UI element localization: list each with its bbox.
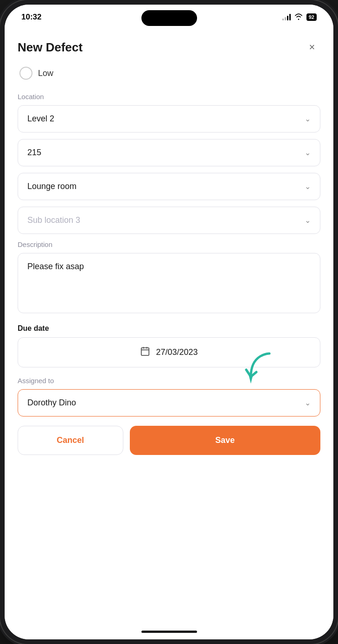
modal-header: New Defect × bbox=[18, 30, 320, 67]
description-input[interactable]: Please fix asap bbox=[18, 253, 320, 313]
action-buttons: Cancel Save bbox=[18, 426, 320, 455]
priority-radio[interactable] bbox=[19, 67, 32, 80]
modal-title: New Defect bbox=[18, 40, 83, 55]
status-time: 10:32 bbox=[21, 13, 41, 22]
room-number-dropdown[interactable]: 215 ⌄ bbox=[18, 139, 320, 166]
close-button[interactable]: × bbox=[304, 39, 320, 56]
dynamic-island bbox=[141, 10, 197, 26]
sub-location-dropdown[interactable]: Sub location 3 ⌄ bbox=[18, 207, 320, 234]
wifi-icon bbox=[294, 13, 303, 21]
level-dropdown[interactable]: Level 2 ⌄ bbox=[18, 105, 320, 133]
date-value: 27/03/2023 bbox=[156, 347, 198, 357]
room-type-dropdown[interactable]: Lounge room ⌄ bbox=[18, 173, 320, 200]
description-section: Description Please fix asap bbox=[18, 240, 320, 315]
home-indicator bbox=[5, 624, 333, 639]
battery-icon: 92 bbox=[306, 13, 317, 21]
svg-rect-0 bbox=[141, 348, 149, 356]
level-value: Level 2 bbox=[27, 114, 54, 124]
location-label: Location bbox=[18, 93, 320, 101]
assigned-to-section: Assigned to Dorothy Dino ⌄ bbox=[18, 377, 320, 417]
sub-location-placeholder: Sub location 3 bbox=[27, 215, 80, 225]
status-bar: 10:32 92 bbox=[5, 5, 333, 30]
phone-shell: 10:32 92 New Defect bbox=[0, 0, 338, 644]
home-bar bbox=[141, 631, 197, 633]
level-chevron-icon: ⌄ bbox=[305, 114, 311, 123]
status-icons: 92 bbox=[282, 13, 317, 21]
calendar-icon bbox=[140, 346, 150, 359]
due-date-label: Due date bbox=[18, 324, 320, 333]
signal-icon bbox=[282, 14, 291, 20]
room-type-chevron-icon: ⌄ bbox=[305, 182, 311, 191]
arrow-overlay bbox=[242, 349, 279, 397]
priority-label: Low bbox=[38, 69, 53, 78]
svg-marker-4 bbox=[249, 374, 253, 384]
assigned-to-value: Dorothy Dino bbox=[27, 398, 76, 408]
room-number-chevron-icon: ⌄ bbox=[305, 148, 311, 157]
screen: 10:32 92 New Defect bbox=[5, 5, 333, 639]
assigned-to-chevron-icon: ⌄ bbox=[305, 398, 311, 407]
room-number-value: 215 bbox=[27, 148, 41, 158]
room-type-value: Lounge room bbox=[27, 182, 77, 191]
description-label: Description bbox=[18, 240, 320, 248]
cancel-button[interactable]: Cancel bbox=[18, 426, 123, 455]
save-button[interactable]: Save bbox=[130, 426, 320, 455]
priority-row: Low bbox=[18, 67, 320, 80]
modal-content: New Defect × Low Location Level 2 ⌄ 215 … bbox=[5, 30, 333, 624]
sub-location-chevron-icon: ⌄ bbox=[305, 216, 311, 225]
